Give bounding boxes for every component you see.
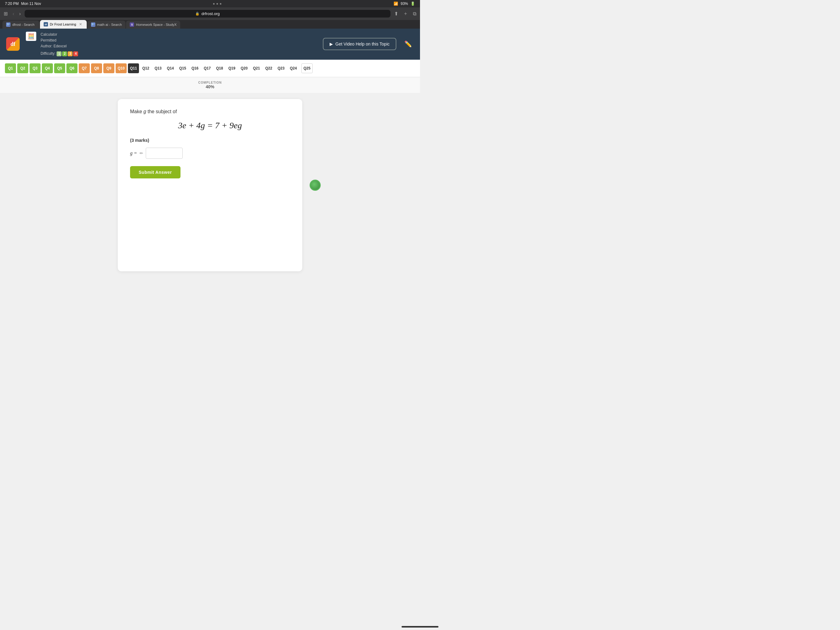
header-info: 🧮 CalculatorPermitted Author: Edexcel Di… — [26, 32, 78, 57]
q-btn-Q15[interactable]: Q15 — [177, 63, 188, 73]
tab-drfrost[interactable]: df Dr Frost Learning ✕ — [40, 20, 87, 28]
completion-value: 40% — [4, 84, 416, 89]
video-help-button[interactable]: ▶ Get Video Help on this Topic — [323, 38, 396, 50]
calculator-icon: 🧮 — [26, 32, 36, 41]
tab-mathai[interactable]: 🔍 math ai - Search — [87, 21, 126, 28]
question-nav: Q1 Q2 Q3 Q4 Q5 Q6 Q7 Q8 Q9 Q10 Q11 Q12 Q… — [0, 60, 420, 77]
edit-icon: ✏ — [140, 151, 143, 156]
q-btn-Q22[interactable]: Q22 — [263, 63, 274, 73]
diff-dot-3: 3 — [68, 51, 73, 56]
submit-answer-button[interactable]: Submit Answer — [130, 166, 180, 179]
answer-label: g = — [130, 150, 137, 156]
completion-section: COMPLETION 40% — [0, 77, 420, 93]
video-help-label: Get Video Help on this Topic — [335, 41, 390, 46]
q-btn-Q8[interactable]: Q8 — [91, 63, 102, 73]
green-circle-indicator — [309, 180, 321, 191]
q-btn-Q20[interactable]: Q20 — [238, 63, 249, 73]
diff-dot-4: 4 — [73, 51, 78, 56]
q-btn-Q18[interactable]: Q18 — [214, 63, 225, 73]
status-time: 7:20 PM Mon 11 Nov — [5, 2, 41, 6]
q-btn-Q12[interactable]: Q12 — [140, 63, 151, 73]
q-btn-Q16[interactable]: Q16 — [189, 63, 201, 73]
tab-mathai-label: math ai - Search — [97, 23, 122, 27]
lock-icon: 🔒 — [195, 12, 199, 16]
answer-row: g = ✏ — [130, 148, 290, 159]
q-btn-Q11[interactable]: Q11 — [128, 63, 139, 73]
dot1 — [213, 3, 215, 5]
tab-search-label: dfrost - Search — [12, 23, 35, 27]
address-bar[interactable]: 🔒 drfrost.org — [25, 10, 390, 17]
q-btn-Q9[interactable]: Q9 — [103, 63, 114, 73]
question-card: Make g the subject of 3e + 4g = 7 + 9eg … — [118, 99, 302, 271]
calculator-label: CalculatorPermitted — [41, 32, 78, 43]
q-btn-Q7[interactable]: Q7 — [79, 63, 90, 73]
dot3 — [220, 3, 221, 5]
difficulty-row: Difficulty: 1 2 3 4 — [41, 51, 78, 57]
author-label: Author: Edexcel — [41, 43, 78, 49]
browser-toolbar: ⊞ ‹ › 🔒 drfrost.org ⬆ ＋ ⧉ — [0, 7, 420, 20]
q-btn-Q4[interactable]: Q4 — [42, 63, 53, 73]
url-display: drfrost.org — [201, 11, 219, 16]
tab-search[interactable]: 🔍 dfrost - Search — [2, 21, 39, 28]
new-tab-button[interactable]: ＋ — [402, 9, 409, 18]
share-button[interactable]: ⬆ — [393, 9, 399, 18]
back-button[interactable]: ‹ — [11, 10, 15, 18]
wifi-icon: 📶 — [393, 2, 398, 6]
forward-button[interactable]: › — [18, 10, 22, 18]
pencil-button[interactable]: ✏️ — [403, 38, 414, 49]
variable-g: g — [144, 109, 146, 114]
tabs-button[interactable]: ⧉ — [412, 10, 418, 18]
q-btn-Q23[interactable]: Q23 — [275, 63, 287, 73]
q-btn-Q5[interactable]: Q5 — [54, 63, 65, 73]
q-btn-Q14[interactable]: Q14 — [165, 63, 176, 73]
time-display: 7:20 PM — [5, 2, 19, 6]
tab-studyx[interactable]: S Homework Space - StudyX — [126, 21, 180, 28]
completion-label: COMPLETION — [4, 81, 416, 84]
diff-dot-2: 2 — [62, 51, 67, 56]
q-btn-Q21[interactable]: Q21 — [251, 63, 262, 73]
q-btn-Q3[interactable]: Q3 — [30, 63, 41, 73]
difficulty-dots: 1 2 3 4 — [57, 51, 78, 56]
date-display: Mon 11 Nov — [21, 2, 41, 6]
tab-studyx-label: Homework Space - StudyX — [136, 23, 177, 27]
q-btn-Q19[interactable]: Q19 — [226, 63, 237, 73]
tab-drfrost-label: Dr Frost Learning — [50, 22, 76, 26]
q-btn-Q24[interactable]: Q24 — [288, 63, 299, 73]
drfrost-tab-icon: df — [44, 22, 48, 27]
battery-icon: 🔋 — [411, 2, 415, 6]
battery-display: 93% — [401, 2, 408, 6]
difficulty-text: Difficulty: — [41, 51, 55, 57]
sidebar-toggle-button[interactable]: ⊞ — [2, 9, 9, 18]
page-header: df 🧮 CalculatorPermitted Author: Edexcel… — [0, 28, 420, 60]
header-text: CalculatorPermitted Author: Edexcel Diff… — [41, 32, 78, 57]
tabs-bar: 🔍 dfrost - Search df Dr Frost Learning ✕… — [0, 20, 420, 28]
q-btn-Q6[interactable]: Q6 — [66, 63, 77, 73]
q-btn-Q25[interactable]: Q25 — [301, 63, 313, 73]
question-intro: Make g the subject of — [130, 109, 290, 114]
q-btn-Q1[interactable]: Q1 — [5, 63, 16, 73]
status-bar: 7:20 PM Mon 11 Nov 📶 93% 🔋 — [0, 0, 420, 7]
q-btn-Q10[interactable]: Q10 — [115, 63, 127, 73]
q-btn-Q13[interactable]: Q13 — [153, 63, 164, 73]
df-logo: df — [6, 37, 20, 51]
diff-dot-1: 1 — [57, 51, 62, 56]
main-content: Make g the subject of 3e + 4g = 7 + 9eg … — [0, 93, 420, 277]
q-btn-Q17[interactable]: Q17 — [202, 63, 213, 73]
tab-close-icon[interactable]: ✕ — [78, 22, 83, 27]
equation-display: 3e + 4g = 7 + 9eg — [130, 120, 290, 130]
q-btn-Q2[interactable]: Q2 — [17, 63, 28, 73]
mathai-tab-icon: 🔍 — [91, 22, 95, 27]
marks-label: (3 marks) — [130, 138, 290, 143]
answer-input[interactable] — [146, 148, 183, 159]
dot2 — [216, 3, 218, 5]
video-icon: ▶ — [330, 41, 333, 46]
studyx-tab-icon: S — [130, 22, 134, 27]
search-tab-icon: 🔍 — [6, 22, 11, 27]
status-center — [213, 3, 221, 5]
status-right: 📶 93% 🔋 — [393, 2, 415, 6]
